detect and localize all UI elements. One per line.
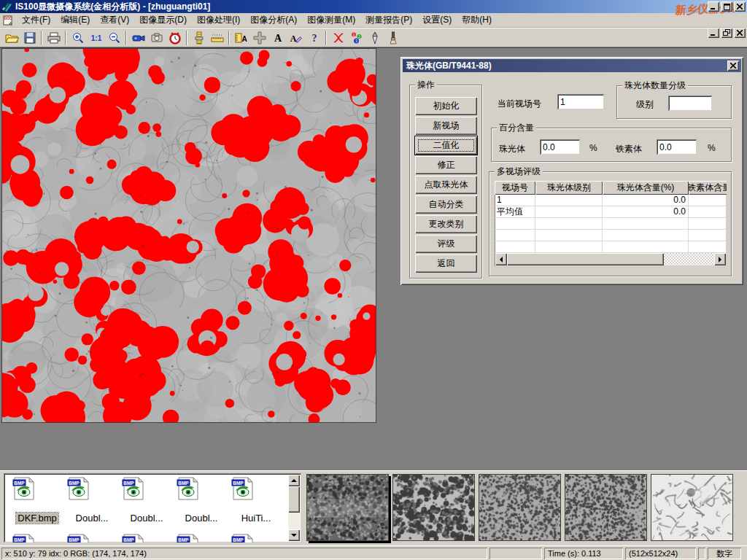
minimize-button[interactable]: [708, 1, 719, 12]
new-field-button[interactable]: 新视场: [415, 117, 477, 135]
help-icon[interactable]: ?: [305, 29, 323, 47]
table-row[interactable]: 1 0.0: [495, 195, 727, 206]
menu-image-processing[interactable]: 图像处理(I): [192, 12, 245, 28]
brush-icon[interactable]: [384, 29, 402, 47]
ferrite-percent-input[interactable]: [657, 139, 697, 155]
pen-icon[interactable]: [365, 29, 384, 47]
rating-group: 多视场评级 视场号 珠光体级别 珠光体含量(%) 铁素体含量(%) 1 0.0 …: [489, 171, 732, 276]
menu-image-measure[interactable]: 图像测量(M): [302, 12, 360, 28]
file-list-scrollbar[interactable]: [288, 475, 300, 541]
svg-text:BMP: BMP: [178, 481, 189, 486]
pick-pearlite-button[interactable]: 点取珠光体: [415, 176, 477, 194]
svg-text:A: A: [290, 34, 296, 44]
curve-tool-icon[interactable]: [329, 29, 347, 47]
toolbar-separator: [65, 31, 66, 45]
close-button[interactable]: [734, 1, 746, 12]
pearlite-percent-input[interactable]: [540, 139, 580, 155]
child-minimize-button[interactable]: [708, 28, 719, 38]
col-field-number[interactable]: 视场号: [495, 181, 535, 195]
edit-text-icon[interactable]: A: [287, 29, 305, 47]
dialog-close-icon[interactable]: [727, 61, 739, 71]
menu-edit[interactable]: 编辑(E): [55, 12, 95, 28]
level-input[interactable]: [668, 96, 712, 111]
scroll-down-icon[interactable]: [288, 529, 300, 541]
file-item[interactable]: BMP HuiTi...: [230, 476, 282, 524]
menu-measure-report[interactable]: 测量报告(P): [360, 12, 417, 28]
col-ferrite-content[interactable]: 铁素体含量(%): [689, 181, 727, 195]
file-item-partial[interactable]: BMP: [11, 533, 63, 542]
menu-help[interactable]: 帮助(H): [457, 12, 497, 28]
thumbnail-image[interactable]: [479, 474, 561, 541]
file-list[interactable]: BMP DKF.bmp BMP Doubl... BMP Doubl... BM…: [4, 473, 301, 542]
move-icon[interactable]: [250, 29, 268, 47]
zoom-in-icon[interactable]: [69, 29, 87, 47]
file-item-partial[interactable]: BMP: [66, 533, 118, 542]
child-close-button[interactable]: [734, 28, 746, 38]
correct-button[interactable]: 修正: [415, 156, 477, 174]
classify-icon[interactable]: 123: [347, 29, 365, 47]
file-name[interactable]: Doubl...: [184, 513, 220, 524]
rating-table[interactable]: 视场号 珠光体级别 珠光体含量(%) 铁素体含量(%) 1 0.0 平均值 0.…: [495, 181, 727, 266]
current-field-input[interactable]: [557, 94, 604, 109]
file-item-partial[interactable]: BMP: [230, 533, 282, 542]
video-camera-icon[interactable]: [129, 29, 147, 47]
file-name[interactable]: Doubl...: [129, 513, 165, 524]
file-item[interactable]: BMP Doubl...: [66, 476, 118, 524]
save-icon[interactable]: [20, 29, 39, 47]
scroll-left-icon[interactable]: [495, 253, 507, 265]
caliper-icon[interactable]: [190, 29, 208, 47]
col-pearlite-content[interactable]: 珠光体含量(%): [603, 181, 689, 195]
zoom-out-icon[interactable]: [105, 29, 123, 47]
thumbnail-image[interactable]: [392, 474, 475, 541]
init-button[interactable]: 初始化: [415, 97, 477, 115]
menu-file[interactable]: 文件(F): [17, 12, 55, 28]
thumbnail-image[interactable]: [651, 474, 733, 541]
svg-text:A: A: [241, 35, 247, 43]
print-icon[interactable]: [44, 29, 63, 47]
col-pearlite-grade[interactable]: 珠光体级别: [535, 181, 603, 195]
scroll-up-icon[interactable]: [288, 475, 300, 486]
open-icon[interactable]: [2, 29, 20, 47]
ruler-icon[interactable]: [208, 29, 226, 47]
file-name[interactable]: HuiTi...: [240, 513, 273, 524]
toolbar-separator: [228, 31, 230, 45]
file-item[interactable]: BMP DKF.bmp: [11, 476, 63, 524]
scrollbar-track[interactable]: [664, 253, 714, 265]
menu-image-analysis[interactable]: 图像分析(A): [245, 12, 302, 28]
return-button[interactable]: 返回: [415, 254, 477, 273]
actual-size-icon[interactable]: 1:1: [87, 29, 105, 47]
document-icon[interactable]: DOC: [2, 15, 14, 26]
change-class-button[interactable]: 更改类别: [415, 215, 477, 233]
rate-button[interactable]: 评级: [415, 235, 477, 253]
scrollbar-thumb[interactable]: [507, 253, 664, 265]
file-item[interactable]: BMP Doubl...: [175, 476, 228, 524]
timer-icon[interactable]: [166, 29, 184, 47]
text-icon[interactable]: A: [268, 29, 287, 47]
camera-icon[interactable]: [147, 29, 166, 47]
file-item-partial[interactable]: BMP: [175, 533, 228, 542]
file-name[interactable]: DKF.bmp: [16, 513, 58, 524]
cell-ferrite: [689, 195, 727, 206]
dialog-title-bar[interactable]: 珠光体(GB/T9441-88): [403, 59, 741, 72]
menu-image-display[interactable]: 图像显示(D): [134, 12, 192, 28]
specimen-image[interactable]: [1, 48, 376, 423]
table-row[interactable]: 平均值 0.0: [495, 206, 727, 218]
file-item-partial[interactable]: BMP: [120, 533, 173, 542]
bmp-file-icon: BMP: [11, 533, 36, 542]
thumbnail-image[interactable]: [565, 474, 647, 541]
maximize-button[interactable]: [721, 1, 732, 12]
scrollbar-thumb[interactable]: [288, 486, 300, 513]
menu-settings[interactable]: 设置(S): [417, 12, 457, 28]
binarize-button[interactable]: 二值化: [415, 136, 477, 155]
thumbnail-image[interactable]: [306, 474, 389, 541]
auto-classify-button[interactable]: 自动分类: [415, 195, 477, 214]
file-item[interactable]: BMP Doubl...: [120, 476, 173, 524]
child-restore-button[interactable]: [721, 28, 732, 38]
menu-view[interactable]: 查看(V): [95, 12, 134, 28]
file-name[interactable]: Doubl...: [74, 513, 110, 524]
ferrite-unit: %: [708, 143, 716, 153]
scroll-right-icon[interactable]: [714, 253, 726, 265]
app-icon: [1, 1, 13, 12]
table-horizontal-scrollbar[interactable]: [495, 253, 726, 265]
measure-text-icon[interactable]: A: [232, 29, 250, 47]
